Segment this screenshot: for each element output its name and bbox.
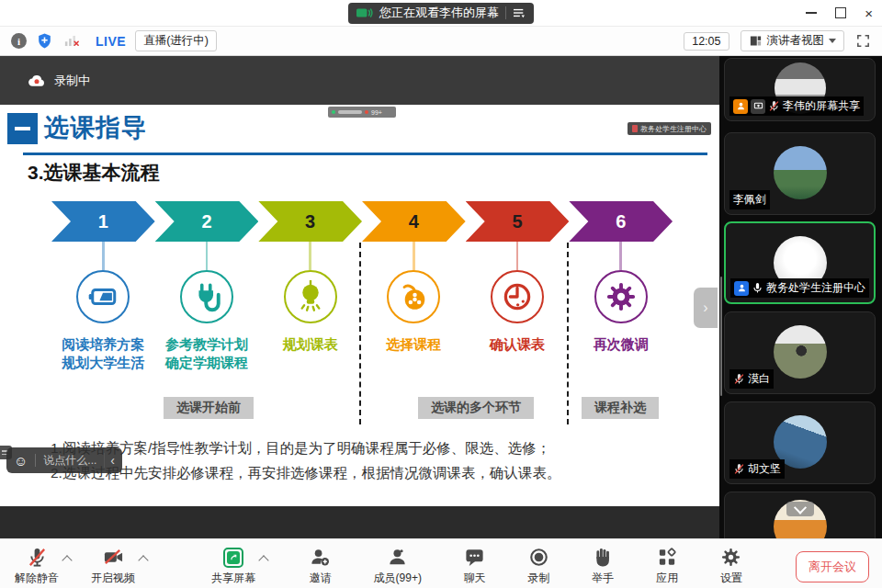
title-bar: 您正在观看李伟的屏幕 × [0, 0, 882, 27]
view-mode-label: 演讲者视图 [767, 33, 825, 49]
share-options-chevron[interactable] [258, 555, 268, 565]
phase-tag-during: 选课的多个环节 [418, 397, 534, 419]
mic-options-chevron[interactable] [62, 555, 72, 565]
signal-dot-icon [332, 110, 335, 114]
step-connector [206, 242, 209, 270]
participant-name: 李伟的屏幕共享 [783, 98, 860, 114]
main-area: 录制中 99+ 教务处学生注册中心 选课指导 [0, 56, 882, 538]
watching-screen-badge[interactable]: 您正在观看李伟的屏幕 [348, 3, 534, 24]
participant-name: 胡文坚 [748, 461, 781, 477]
network-error-icon[interactable] [62, 32, 81, 50]
divider [35, 454, 36, 467]
chevron-down-icon [829, 39, 836, 43]
settings-button[interactable]: 设置 [720, 547, 742, 586]
raise-hand-button[interactable]: 举手 [592, 547, 614, 586]
watching-screen-label: 您正在观看李伟的屏幕 [379, 5, 499, 21]
step-connector [413, 242, 415, 270]
record-icon [528, 547, 549, 568]
mic-muted-icon [733, 463, 745, 475]
gear-icon [594, 270, 648, 323]
screen-share-badge-icon [751, 99, 765, 114]
clock-icon [491, 270, 544, 323]
step-2: 2 参考教学计划 确定学期课程 [155, 201, 259, 371]
fullscreen-icon[interactable] [855, 33, 871, 49]
close-icon[interactable]: × [865, 6, 873, 20]
chat-input-overlay[interactable]: ☺ 说点什么... ‹ [6, 447, 122, 473]
participant-tile-more[interactable] [724, 492, 876, 538]
apps-label: 应用 [656, 571, 678, 586]
share-screen-button[interactable]: 共享屏幕 [211, 548, 255, 586]
step-6: 6 再次微调 [569, 201, 673, 371]
title-underline [23, 153, 707, 155]
plug-icon [180, 270, 233, 323]
participants-sidebar: 李伟的屏幕共享 李佩剑 教务处学生注册中心 [719, 56, 882, 538]
emoji-icon[interactable]: ☺ [14, 454, 28, 468]
participant-tile-lipeijian[interactable]: 李佩剑 [724, 132, 876, 215]
step-connector [516, 242, 519, 270]
participant-tile-mobai[interactable]: 漠白 [724, 311, 876, 394]
step-label: 选择课程 [386, 335, 441, 354]
participant-tile-liwei-share[interactable]: 李伟的屏幕共享 [724, 58, 876, 121]
watermark-icon [632, 125, 638, 132]
view-mode-selector[interactable]: 演讲者视图 [741, 30, 845, 51]
raise-hand-icon [593, 547, 614, 568]
camera-button[interactable]: 开启视频 [91, 547, 135, 586]
step-4: 4 选择课程 [362, 201, 466, 371]
invite-button[interactable]: 邀请 [310, 547, 332, 586]
live-label: LIVE [96, 34, 126, 49]
members-button[interactable]: 成员(99+) [374, 547, 422, 586]
note-line-1: 1.阅读培养方案/指导性教学计划，目的是为了明确课程属于必修、限选、选修； [51, 435, 560, 460]
mute-label: 解除静音 [15, 571, 59, 586]
slide-heading: 3.选课基本流程 [28, 160, 160, 186]
share-screen-label: 共享屏幕 [211, 571, 255, 586]
screen-share-live-icon [356, 6, 373, 20]
participant-tile-huwenjian[interactable]: 胡文坚 [724, 401, 876, 484]
step-3: 3 规划课表 [258, 201, 362, 371]
avatar [774, 146, 827, 199]
slide-notes: 1.阅读培养方案/指导性教学计划，目的是为了明确课程属于必修、限选、选修； 2.… [51, 435, 560, 485]
step-connector [102, 242, 105, 270]
record-button[interactable]: 录制 [528, 547, 550, 586]
meeting-app-window: 您正在观看李伟的屏幕 × i LIVE 直播(进行中) 12:05 演讲者视图 [0, 0, 882, 588]
sidebar-collapse-tab[interactable]: › [694, 288, 718, 328]
step-5: 5 确认课表 [466, 201, 570, 371]
step-label: 参考教学计划 确定学期课程 [165, 335, 248, 371]
apps-icon [657, 547, 678, 568]
apps-button[interactable]: 应用 [656, 547, 678, 586]
floating-meeting-bar[interactable]: 99+ [328, 107, 396, 118]
security-shield-icon[interactable] [36, 32, 53, 50]
process-steps: 1 阅读培养方案 规划大学生活 2 参考教学计划 确定学期课程 [51, 201, 673, 371]
meeting-timer: 12:05 [684, 32, 729, 51]
avatar [774, 325, 827, 379]
participant-tile-registration-center[interactable]: 教务处学生注册中心 [724, 221, 876, 304]
menu-icon[interactable] [513, 7, 526, 18]
watermark-text: 教务处学生注册中心 [640, 124, 707, 134]
mute-button[interactable]: 解除静音 [15, 547, 59, 586]
step-arrow: 6 [569, 201, 673, 242]
mic-muted-icon [768, 100, 780, 112]
minimize-icon[interactable] [806, 12, 817, 14]
member-badge-icon [734, 281, 749, 296]
camera-options-chevron[interactable] [138, 555, 148, 565]
step-arrow: 1 [51, 201, 155, 242]
step-arrow: 2 [155, 201, 259, 242]
step-label: 确认课表 [490, 335, 545, 354]
sidebar-scrollbar[interactable] [720, 277, 722, 396]
meeting-info-icon[interactable]: i [11, 33, 27, 49]
chat-button[interactable]: 聊天 [464, 547, 486, 586]
shared-screen-stage: 录制中 99+ 教务处学生注册中心 选课指导 [0, 56, 719, 538]
camera-label: 开启视频 [91, 571, 135, 586]
invite-label: 邀请 [310, 571, 332, 586]
leave-meeting-button[interactable]: 离开会议 [796, 551, 869, 582]
mic-on-icon [752, 282, 763, 294]
scroll-down-chevron-icon[interactable] [786, 502, 814, 516]
step-label: 再次微调 [594, 335, 649, 354]
step-label: 阅读培养方案 规划大学生活 [62, 335, 144, 371]
maximize-icon[interactable] [835, 7, 846, 18]
note-line-2: 2.选课过程中先安排必修课程，再安排选修课程，根据情况微调课表，确认课表。 [51, 460, 560, 485]
record-dot-icon [365, 110, 368, 114]
collapse-chat-icon[interactable]: ‹ [104, 453, 115, 468]
live-status-chip[interactable]: 直播(进行中) [135, 30, 217, 51]
chat-placeholder[interactable]: 说点什么... [43, 453, 96, 469]
raise-hand-label: 举手 [592, 571, 614, 586]
